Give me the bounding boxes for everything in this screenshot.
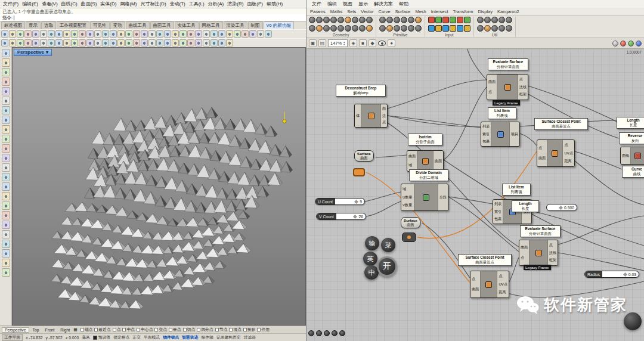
- component-icon[interactable]: [394, 25, 400, 32]
- status-toggle-7[interactable]: 过滤器: [244, 334, 256, 340]
- component-icon[interactable]: [394, 17, 400, 23]
- slider-value[interactable]: 0.500: [546, 204, 577, 211]
- gh-component[interactable]: 曲面域曲面: [407, 150, 444, 172]
- rhino-toolbar-tab-2[interactable]: 选取: [41, 21, 56, 29]
- gh-component[interactable]: 曲面点点法线框架: [519, 240, 558, 266]
- preview-off-icon[interactable]: [612, 41, 618, 46]
- status-toggle-3[interactable]: 物件锁点: [163, 334, 179, 340]
- ime-button-2[interactable]: 英: [363, 252, 377, 266]
- component-icon[interactable]: [316, 17, 323, 23]
- rhino-toolbar-tab-4[interactable]: 可见性: [90, 21, 110, 29]
- rhino-side-tool-icon[interactable]: [2, 125, 10, 134]
- rhino-tool-icon[interactable]: [94, 39, 101, 46]
- rhino-tool-icon[interactable]: [148, 39, 156, 46]
- rhino-tool-icon[interactable]: [40, 39, 47, 46]
- gh-menu-item-0[interactable]: 文件: [309, 1, 324, 7]
- component-icon[interactable]: [330, 25, 337, 32]
- component-icon[interactable]: [506, 17, 512, 23]
- component-icon[interactable]: [366, 17, 373, 23]
- component-icon[interactable]: [386, 17, 393, 23]
- legacy-frame-tag[interactable]: Legacy Frame: [524, 265, 551, 270]
- gh-component-tab-3[interactable]: Vector: [358, 8, 376, 15]
- gh-param-surface[interactable]: Surface曲面: [401, 217, 420, 228]
- gh-component-tab-9[interactable]: Display: [475, 8, 495, 15]
- rhino-tool-icon[interactable]: [210, 39, 218, 46]
- gh-component-tab-4[interactable]: Curve: [376, 8, 393, 15]
- osnap-toggle-1[interactable]: 最近点: [94, 327, 110, 333]
- component-icon[interactable]: [345, 17, 351, 23]
- rhino-tool-icon[interactable]: [24, 30, 32, 38]
- units-label[interactable]: 毫米: [82, 334, 90, 340]
- layer-indicator[interactable]: 预设值: [93, 334, 110, 340]
- rhino-tool-icon[interactable]: [9, 30, 16, 38]
- rhino-toolbar-tab-5[interactable]: 变动: [110, 21, 125, 29]
- component-icon[interactable]: [477, 25, 484, 32]
- rhino-tool-icon[interactable]: [125, 30, 132, 38]
- rhino-side-tool-icon[interactable]: [2, 211, 10, 219]
- status-toggle-1[interactable]: 正交: [132, 334, 141, 340]
- rhino-tool-icon[interactable]: [63, 39, 70, 46]
- rhino-side-tool-icon[interactable]: [2, 58, 10, 67]
- component-icon[interactable]: [316, 25, 323, 32]
- rhino-menu-item-0[interactable]: 文件(F): [1, 1, 20, 7]
- status-toggle-0[interactable]: 锁定格点: [113, 334, 129, 340]
- ime-main-button[interactable]: 开: [377, 256, 397, 277]
- component-icon[interactable]: [401, 25, 407, 32]
- gh-component[interactable]: 点曲面点UV点距离: [537, 140, 575, 167]
- new-viewport-icon[interactable]: ▦: [73, 327, 77, 332]
- component-icon[interactable]: [338, 17, 344, 23]
- preview-eye-icon[interactable]: [378, 41, 386, 46]
- rhino-menu-item-7[interactable]: 尺寸标注(D): [138, 1, 168, 7]
- component-icon[interactable]: [450, 17, 456, 23]
- rhino-side-tool-icon[interactable]: [2, 97, 10, 105]
- legacy-frame-tag[interactable]: Legacy Frame: [493, 100, 520, 106]
- osnap-toggle-6[interactable]: 垂点: [169, 327, 181, 333]
- component-label[interactable]: Surface Closest Point曲面最近点: [534, 118, 588, 130]
- rhino-toolbar-tab-3[interactable]: 工作视窗配置: [57, 21, 89, 29]
- gh-canvas[interactable]: Deconstruct Brep解构brep体面边点Evaluate Surfa…: [306, 49, 644, 341]
- rhino-menu-item-10[interactable]: 分析(A): [206, 1, 226, 7]
- osnap-toggle-8[interactable]: 四分点: [197, 327, 213, 333]
- gh-component-tab-5[interactable]: Surface: [393, 8, 413, 15]
- rhino-tool-icon[interactable]: [17, 30, 24, 38]
- slider-v-count[interactable]: V Count26: [316, 213, 366, 220]
- rhino-side-tool-icon[interactable]: [2, 106, 10, 114]
- rhino-tool-icon[interactable]: [86, 39, 94, 46]
- component-icon[interactable]: [309, 25, 315, 32]
- bake-icon[interactable]: ●: [388, 39, 395, 47]
- preview-custom-icon[interactable]: [636, 41, 642, 46]
- rhino-toolbar-tab-6[interactable]: 曲线工具: [126, 21, 150, 29]
- rhino-tool-icon[interactable]: [156, 30, 163, 38]
- rhino-menu-item-3[interactable]: 曲线(C): [60, 1, 79, 7]
- rhino-tool-icon[interactable]: [187, 39, 194, 46]
- osnap-toggle-7[interactable]: 切点: [183, 327, 196, 333]
- gh-param-chip[interactable]: [353, 168, 365, 176]
- osnap-toggle-4[interactable]: 中心点: [137, 327, 153, 333]
- rhino-command-input[interactable]: 指令:: [0, 14, 306, 21]
- component-icon[interactable]: [442, 25, 449, 32]
- rhino-toolbar-tab-8[interactable]: 实体工具: [175, 21, 199, 29]
- wire-display-icon[interactable]: ◆: [369, 39, 376, 47]
- osnap-toggle-12[interactable]: 停用: [257, 327, 270, 333]
- gh-param-surface[interactable]: Surface曲面: [354, 150, 374, 162]
- rhino-toolbar-tab-1[interactable]: 显示: [26, 21, 41, 29]
- component-icon[interactable]: [352, 25, 358, 32]
- component-icon[interactable]: [435, 17, 442, 23]
- component-icon[interactable]: [408, 25, 414, 32]
- rhino-tool-icon[interactable]: [102, 30, 109, 38]
- rhino-side-tool-icon[interactable]: [2, 240, 10, 248]
- status-toggle-4[interactable]: 智慧轨迹: [182, 334, 198, 340]
- component-icon[interactable]: [386, 25, 393, 32]
- osnap-toggle-9[interactable]: 节点: [215, 327, 228, 333]
- component-label[interactable]: Curve曲线: [622, 166, 644, 178]
- rhino-tool-icon[interactable]: [265, 30, 272, 38]
- rhino-tool-icon[interactable]: [110, 39, 117, 46]
- component-icon[interactable]: [484, 25, 491, 32]
- component-icon[interactable]: [491, 17, 498, 23]
- rhino-menu-item-2[interactable]: 查看(V): [40, 1, 60, 7]
- component-label[interactable]: Isotrim分割子曲面: [408, 134, 442, 145]
- status-toggle-5[interactable]: 操作轴: [202, 334, 213, 340]
- rhino-side-tool-icon[interactable]: [2, 135, 10, 143]
- component-icon[interactable]: [428, 25, 435, 32]
- gh-component-tab-8[interactable]: Transform: [451, 8, 476, 15]
